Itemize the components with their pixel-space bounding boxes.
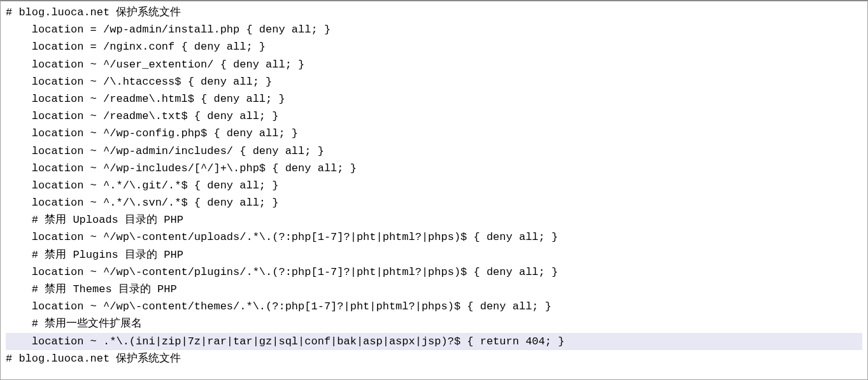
editor-content[interactable]: # blog.luoca.net 保护系统文件 location = /wp-a…	[1, 1, 867, 370]
code-line[interactable]: # blog.luoca.net 保护系统文件	[6, 350, 862, 367]
code-line[interactable]: location ~ ^/user_extention/ { deny all;…	[6, 56, 862, 73]
code-line[interactable]: location = /wp-admin/install.php { deny …	[6, 21, 862, 38]
code-line[interactable]: # 禁用一些文件扩展名	[6, 315, 862, 332]
code-line[interactable]: # blog.luoca.net 保护系统文件	[6, 4, 862, 21]
code-editor[interactable]: # blog.luoca.net 保护系统文件 location = /wp-a…	[0, 0, 868, 380]
code-line[interactable]: location ~ /readme\.txt$ { deny all; }	[6, 108, 862, 125]
code-line[interactable]: location ~ ^.*/\.git/.*$ { deny all; }	[6, 177, 862, 194]
code-line[interactable]: location ~ ^/wp-config.php$ { deny all; …	[6, 125, 862, 142]
code-line[interactable]: location = /nginx.conf { deny all; }	[6, 38, 862, 55]
code-line[interactable]: location ~ ^.*/\.svn/.*$ { deny all; }	[6, 194, 862, 211]
code-line[interactable]: location ~ ^/wp\-content/plugins/.*\.(?:…	[6, 264, 862, 281]
code-line[interactable]: location ~ ^/wp\-content/uploads/.*\.(?:…	[6, 229, 862, 246]
code-line[interactable]: location ~ /readme\.html$ { deny all; }	[6, 90, 862, 108]
code-line[interactable]: # 禁用 Uploads 目录的 PHP	[6, 211, 862, 229]
code-line[interactable]: location ~ ^/wp-includes/[^/]+\.php$ { d…	[6, 160, 862, 177]
code-line[interactable]: # 禁用 Plugins 目录的 PHP	[6, 246, 862, 264]
code-line[interactable]: # 禁用 Themes 目录的 PHP	[6, 281, 862, 298]
code-line[interactable]: location ~ ^/wp-admin/includes/ { deny a…	[6, 143, 862, 160]
code-line[interactable]: location ~ ^/wp\-content/themes/.*\.(?:p…	[6, 298, 862, 315]
code-line[interactable]: location ~ .*\.(ini|zip|7z|rar|tar|gz|sq…	[6, 333, 862, 350]
code-line[interactable]: location ~ /\.htaccess$ { deny all; }	[6, 73, 862, 90]
